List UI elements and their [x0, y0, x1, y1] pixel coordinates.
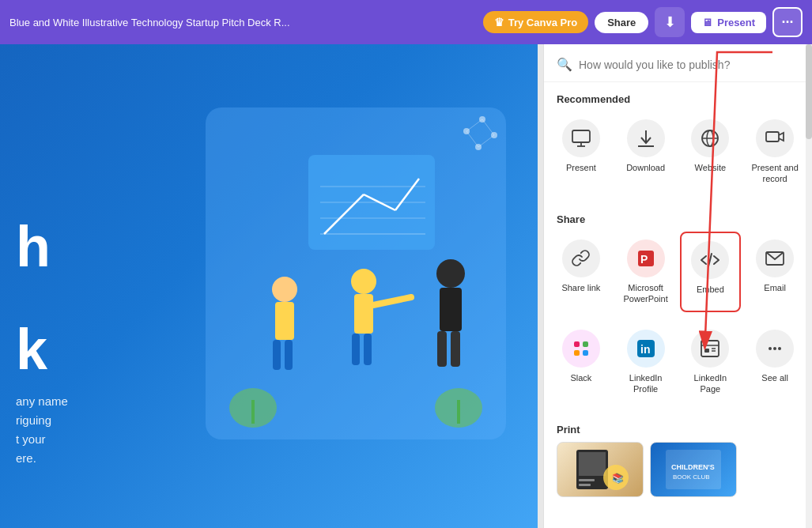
svg-rect-12 [364, 334, 372, 365]
scrollbar[interactable] [806, 44, 812, 528]
present-button[interactable]: 🖥 Present [691, 12, 766, 33]
share-section-title: Share [544, 202, 812, 232]
share-grid: Share link P Microsoft PowerPoint [544, 232, 812, 322]
svg-rect-46 [574, 341, 580, 347]
email-item[interactable]: Email [744, 232, 806, 313]
slide-background: h k any nameriguingt yourere. [0, 44, 538, 528]
present-item-icon [562, 119, 600, 157]
recommended-website-item[interactable]: Website [680, 111, 742, 193]
share-grid-row2: Slack in LinkedIn Profile [544, 322, 812, 413]
embed-item[interactable]: Embed [680, 232, 742, 313]
slack-item[interactable]: Slack [550, 322, 612, 403]
svg-point-57 [769, 347, 772, 350]
svg-line-30 [482, 119, 494, 135]
recommended-download-item[interactable]: Download [615, 111, 677, 193]
more-options-button[interactable]: ··· [772, 7, 803, 37]
print-section-title: Print [544, 413, 812, 442]
search-icon: 🔍 [557, 57, 572, 72]
more-icon: ··· [781, 14, 793, 31]
svg-rect-47 [583, 341, 588, 347]
powerpoint-label: Microsoft PowerPoint [618, 282, 674, 305]
svg-rect-49 [583, 350, 588, 356]
present-record-icon [756, 119, 794, 157]
linkedin-page-icon [691, 330, 729, 368]
svg-rect-52 [701, 341, 719, 356]
share-link-item[interactable]: Share link [550, 232, 612, 313]
canvas-area: h k any nameriguingt yourere. [0, 44, 812, 528]
email-label: Email [764, 282, 786, 293]
search-input[interactable] [579, 58, 799, 71]
slide-heading-k: k [16, 321, 47, 378]
svg-rect-48 [574, 350, 580, 356]
print-thumb-2[interactable]: CHILDREN'S BOOK CLUB [650, 442, 737, 497]
svg-line-31 [478, 135, 494, 147]
svg-line-29 [466, 119, 482, 131]
download-item-icon [627, 119, 665, 157]
present-monitor-icon: 🖥 [702, 17, 712, 28]
svg-text:📚: 📚 [612, 472, 624, 484]
download-icon: ⬇ [664, 13, 676, 31]
svg-rect-61 [579, 452, 606, 476]
svg-point-58 [773, 347, 776, 350]
svg-line-32 [466, 131, 478, 147]
svg-text:P: P [640, 253, 648, 266]
document-title: Blue and White Illustrative Technology S… [9, 17, 290, 28]
svg-text:in: in [640, 343, 650, 356]
try-canva-pro-button[interactable]: ♛ Try Canva Pro [483, 11, 588, 33]
slide-heading-h: h [16, 218, 51, 275]
svg-rect-23 [251, 400, 255, 424]
share-button[interactable]: Share [595, 12, 648, 33]
download-item-label: Download [626, 162, 665, 173]
linkedin-profile-item[interactable]: in LinkedIn Profile [615, 322, 677, 403]
svg-rect-33 [572, 130, 590, 142]
download-button[interactable]: ⬇ [655, 7, 685, 37]
recommended-section-title: Recommended [544, 82, 812, 111]
scrollbar-thumb[interactable] [806, 44, 812, 139]
slack-label: Slack [570, 372, 591, 383]
svg-text:BOOK CLUB: BOOK CLUB [673, 473, 710, 481]
svg-rect-24 [457, 400, 460, 424]
svg-rect-62 [579, 479, 595, 481]
linkedin-page-item[interactable]: LinkedIn Page [680, 322, 742, 403]
slack-icon [562, 330, 600, 368]
recommended-present-record-item[interactable]: Present and record [744, 111, 806, 193]
slide-body-text: any nameriguingt yourere. [16, 392, 68, 468]
linkedin-profile-label: LinkedIn Profile [618, 372, 674, 395]
svg-line-10 [373, 297, 411, 305]
present-label: Present [717, 17, 755, 28]
svg-rect-20 [285, 340, 293, 370]
embed-label: Embed [697, 284, 724, 295]
try-canva-pro-label: Try Canva Pro [508, 17, 577, 28]
linkedin-page-label: LinkedIn Page [683, 372, 738, 395]
svg-rect-63 [579, 484, 591, 486]
email-icon [756, 239, 794, 277]
see-all-item[interactable]: See all [744, 322, 806, 403]
svg-rect-18 [275, 302, 294, 340]
share-link-label: Share link [561, 282, 600, 293]
publish-dropdown-panel: 🔍 Recommended Present [543, 44, 812, 528]
see-all-icon [756, 330, 794, 368]
microsoft-powerpoint-item[interactable]: P Microsoft PowerPoint [615, 232, 677, 313]
search-box: 🔍 [544, 44, 812, 82]
app-header: Blue and White Illustrative Technology S… [0, 0, 812, 44]
svg-line-44 [708, 254, 712, 266]
svg-point-17 [272, 277, 297, 302]
svg-rect-15 [437, 331, 447, 367]
svg-rect-11 [352, 334, 360, 365]
print-thumb-1[interactable]: 📚 [557, 442, 644, 497]
svg-rect-41 [766, 132, 779, 141]
svg-point-13 [436, 259, 465, 288]
linkedin-profile-icon: in [627, 330, 665, 368]
svg-rect-14 [440, 288, 462, 331]
svg-text:CHILDREN'S: CHILDREN'S [671, 463, 715, 471]
powerpoint-icon: P [627, 239, 665, 277]
slide-illustration [206, 107, 506, 439]
share-link-icon [562, 239, 600, 277]
recommended-grid: Present Download [544, 111, 812, 202]
header-actions: ♛ Try Canva Pro Share ⬇ 🖥 Present ··· [483, 7, 803, 37]
svg-rect-16 [451, 331, 460, 367]
crown-icon: ♛ [494, 16, 504, 28]
recommended-present-item[interactable]: Present [550, 111, 612, 193]
present-item-label: Present [566, 162, 596, 173]
embed-icon [691, 241, 729, 279]
